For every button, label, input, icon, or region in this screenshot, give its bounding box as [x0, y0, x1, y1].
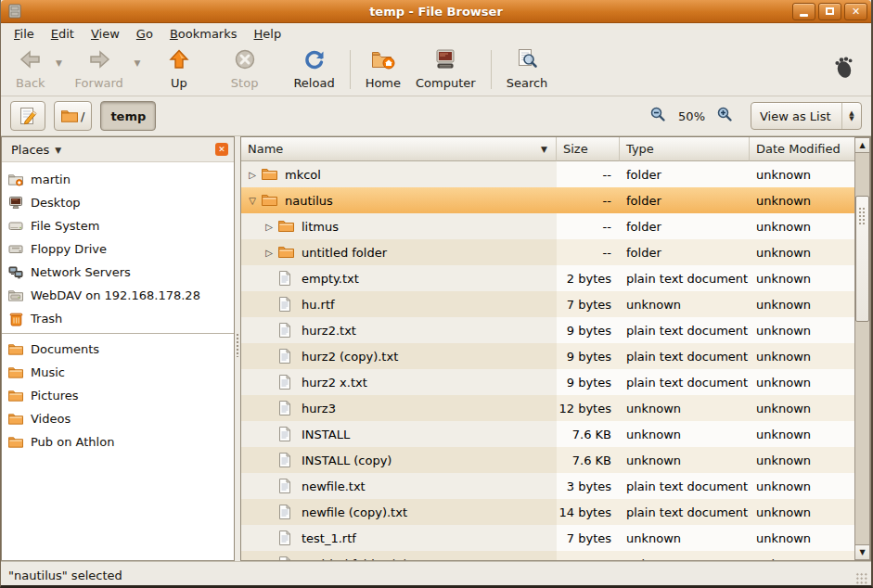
table-row[interactable]: hurz2.txt 9 bytes plain text document un…: [241, 317, 854, 343]
home-button[interactable]: Home: [358, 46, 408, 92]
resize-grip[interactable]: [855, 572, 868, 585]
sidebar-item-label: WebDAV on 192.168.178.28: [31, 288, 200, 302]
table-row[interactable]: ▽ nautilus -- folder unknown: [241, 187, 854, 213]
table-row[interactable]: newfile.txt 3 bytes plain text document …: [241, 473, 854, 499]
file-type: plain text document: [620, 499, 750, 525]
file-type: folder: [620, 187, 750, 213]
back-button[interactable]: Back: [8, 46, 53, 92]
menu-view[interactable]: View: [83, 24, 127, 44]
places-sidebar: Places ▼ ✕ martinDesktopFile SystemFlopp…: [1, 136, 235, 561]
sidebar-item-label: Documents: [31, 342, 99, 356]
sidebar-item-documents[interactable]: Documents: [2, 338, 234, 361]
column-header-date-modified[interactable]: Date Modified: [750, 137, 854, 161]
vertical-scrollbar[interactable]: ▲ ▼: [854, 137, 870, 560]
table-row[interactable]: ▷ litmus -- folder unknown: [241, 213, 854, 239]
menu-edit[interactable]: Edit: [44, 24, 82, 44]
file-name: untitled folder: [302, 246, 387, 260]
stop-button[interactable]: Stop: [224, 46, 266, 92]
table-row[interactable]: hurz2 x.txt 9 bytes plain text document …: [241, 369, 854, 395]
sidebar-item-pub-on-athlon[interactable]: Pub on Athlon: [2, 430, 234, 454]
close-button[interactable]: ✕: [844, 3, 867, 20]
edit-location-icon: [18, 106, 38, 126]
sidebar-close-button[interactable]: ✕: [215, 143, 228, 156]
column-headers: Name ▼ Size Type Date Modified: [241, 137, 854, 161]
file-name: newfile (copy).txt: [302, 505, 407, 519]
text-file-icon: [278, 505, 295, 519]
sidebar-item-webdav-on-192-168-178-28[interactable]: WebDAV on 192.168.178.28: [2, 284, 234, 307]
file-date-modified: unknown: [750, 499, 854, 525]
file-name: test_1.rtf: [302, 531, 356, 545]
sidebar-item-label: Music: [31, 365, 65, 379]
reload-button[interactable]: Reload: [286, 46, 341, 92]
table-row[interactable]: INSTALL (copy) 7.6 KB unknown unknown: [241, 447, 854, 473]
chevron-down-icon[interactable]: ▼: [55, 146, 61, 155]
column-header-type[interactable]: Type: [620, 137, 750, 161]
table-row[interactable]: ▷ mkcol -- folder unknown: [241, 161, 854, 187]
places-dropdown[interactable]: Places: [7, 143, 49, 157]
forward-button[interactable]: Forward: [68, 46, 131, 92]
computer-button[interactable]: Computer: [408, 46, 483, 92]
zoom-in-button[interactable]: [717, 107, 733, 126]
table-row[interactable]: empty.txt 2 bytes plain text document un…: [241, 265, 854, 291]
zoom-out-button[interactable]: [650, 107, 666, 126]
file-type: folder: [620, 213, 750, 239]
file-browser-window: temp - File Browser ✕ File Edit View Go …: [0, 0, 873, 588]
file-type: plain text document: [620, 473, 750, 499]
up-button[interactable]: Up: [159, 46, 199, 92]
menu-help[interactable]: Help: [247, 24, 289, 44]
file-name: litmus: [302, 220, 339, 234]
sidebar-item-network-servers[interactable]: Network Servers: [2, 261, 234, 284]
up-icon: [168, 48, 190, 74]
sidebar-item-desktop[interactable]: Desktop: [2, 191, 234, 214]
menu-file[interactable]: File: [6, 24, 42, 44]
expander-icon[interactable]: ▽: [246, 196, 259, 206]
expander-icon[interactable]: ▷: [246, 170, 259, 180]
table-row[interactable]: ▷ untitled folder -- folder unknown: [241, 239, 854, 265]
sidebar-item-file-system[interactable]: File System: [2, 214, 234, 237]
table-row[interactable]: hu.rtf 7 bytes unknown unknown: [241, 291, 854, 317]
table-row[interactable]: hurz3 12 bytes unknown unknown: [241, 395, 854, 421]
table-row[interactable]: newfile (copy).txt 14 bytes plain text d…: [241, 499, 854, 525]
sidebar-item-martin[interactable]: martin: [2, 168, 234, 191]
folder-icon: [8, 342, 23, 357]
folder-icon: [8, 389, 23, 403]
current-folder-button[interactable]: temp: [100, 101, 156, 131]
file-date-modified: unknown: [750, 161, 854, 187]
sidebar-item-trash[interactable]: Trash: [2, 307, 234, 330]
sidebar-item-label: Trash: [31, 312, 62, 326]
root-folder-button[interactable]: /: [54, 101, 92, 131]
table-row[interactable]: test_1.rtf 7 bytes unknown unknown: [241, 525, 854, 551]
sidebar-item-music[interactable]: Music: [2, 361, 234, 384]
sidebar-item-videos[interactable]: Videos: [2, 407, 234, 430]
minimize-button[interactable]: [792, 3, 815, 20]
file-type: plain text document: [620, 265, 750, 291]
sidebar-item-label: Floppy Drive: [31, 242, 107, 256]
table-row[interactable]: untitled folder (2) 1.7 KB unknown unkno…: [241, 551, 854, 560]
file-type: unknown: [620, 291, 750, 317]
toolbar: Back ▼ Forward ▼ Up Stop Reload Home Com…: [1, 45, 871, 96]
sidebar-item-pictures[interactable]: Pictures: [2, 384, 234, 407]
expander-icon[interactable]: ▷: [263, 248, 276, 258]
edit-location-button[interactable]: [10, 101, 45, 131]
menu-bookmarks[interactable]: Bookmarks: [162, 24, 245, 44]
back-dropdown-icon[interactable]: ▼: [53, 58, 66, 68]
scroll-down-icon[interactable]: ▼: [854, 544, 870, 560]
table-row[interactable]: INSTALL 7.6 KB unknown unknown: [241, 421, 854, 447]
column-header-size[interactable]: Size: [557, 137, 620, 161]
sidebar-item-floppy-drive[interactable]: Floppy Drive: [2, 237, 234, 261]
view-mode-select[interactable]: View as List ▲▼: [751, 102, 862, 130]
file-type: folder: [620, 239, 750, 265]
scrollbar-trough[interactable]: [854, 153, 870, 544]
menu-go[interactable]: Go: [129, 24, 160, 44]
text-file-icon: [278, 323, 295, 338]
titlebar: temp - File Browser ✕: [1, 0, 871, 23]
search-button[interactable]: Search: [499, 46, 556, 92]
text-file-icon: [278, 375, 295, 390]
column-header-name[interactable]: Name ▼: [241, 137, 557, 161]
expander-icon[interactable]: ▷: [263, 222, 276, 232]
text-file-icon: [278, 349, 295, 364]
maximize-button[interactable]: [818, 3, 841, 20]
forward-dropdown-icon[interactable]: ▼: [131, 58, 144, 68]
scroll-up-icon[interactable]: ▲: [854, 137, 870, 153]
table-row[interactable]: hurz2 (copy).txt 9 bytes plain text docu…: [241, 343, 854, 369]
